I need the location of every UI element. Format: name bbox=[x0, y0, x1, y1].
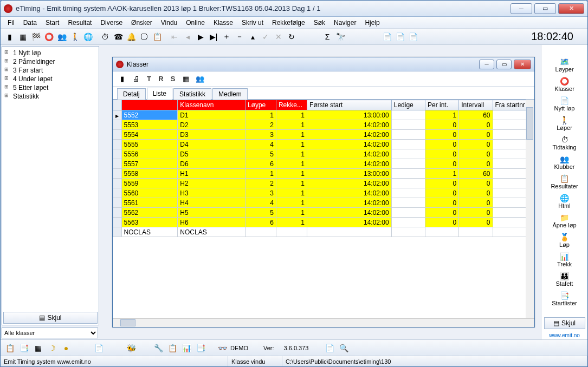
cell-perint[interactable]: 0 bbox=[425, 159, 458, 169]
menu-søk[interactable]: Søk bbox=[310, 18, 329, 28]
cell-interval[interactable]: 0 bbox=[459, 179, 493, 188]
bell-icon[interactable]: 🔔 bbox=[125, 31, 137, 43]
cell-course[interactable]: 5 bbox=[245, 149, 276, 159]
cell-interval[interactable]: 0 bbox=[459, 218, 493, 227]
inner-close-button[interactable]: ✕ bbox=[514, 60, 531, 69]
menu-fil[interactable]: Fil bbox=[4, 18, 18, 28]
cell-course[interactable]: 6 bbox=[245, 218, 276, 227]
menu-resultat[interactable]: Resultat bbox=[64, 18, 95, 28]
bt-icon[interactable]: 📋 bbox=[4, 342, 16, 354]
people-icon[interactable]: 👥 bbox=[194, 73, 206, 85]
inner-tool-icon[interactable]: ▮ bbox=[116, 73, 128, 85]
cell-name[interactable]: D6 bbox=[178, 159, 245, 169]
bt-icon[interactable]: 📄 bbox=[324, 342, 335, 354]
col-marker[interactable] bbox=[113, 100, 122, 110]
cell-free[interactable] bbox=[391, 227, 425, 237]
cell-course[interactable]: 5 bbox=[245, 208, 276, 218]
cell-order[interactable]: 1 bbox=[276, 130, 307, 140]
emit-link[interactable]: www.emit.no bbox=[548, 331, 581, 339]
menu-start[interactable]: Start bbox=[42, 18, 63, 28]
tab-detalj[interactable]: Detalj bbox=[117, 88, 146, 100]
cell-perint[interactable]: 0 bbox=[425, 120, 458, 130]
binoculars-icon[interactable]: 🔭 bbox=[334, 31, 346, 43]
print-icon[interactable]: 🖨 bbox=[130, 73, 142, 85]
bt-icon[interactable]: 📋 bbox=[166, 342, 178, 354]
cell-name[interactable]: D3 bbox=[178, 130, 245, 140]
cell-name[interactable]: NOCLAS bbox=[178, 227, 245, 237]
cell-order[interactable]: 1 bbox=[276, 198, 307, 208]
tab-statistikk[interactable]: Statistikk bbox=[173, 88, 211, 100]
tree-item[interactable]: 4 Under løpet bbox=[4, 75, 96, 83]
cell-free[interactable] bbox=[391, 149, 425, 159]
cell-free[interactable] bbox=[391, 218, 425, 227]
cell-perint[interactable] bbox=[425, 227, 458, 237]
cell-start[interactable]: 14:02:00 bbox=[307, 149, 392, 159]
cell-perint[interactable]: 0 bbox=[425, 188, 458, 198]
col-perint[interactable]: Per int. bbox=[425, 100, 458, 110]
cell-start[interactable]: 14:02:00 bbox=[307, 140, 392, 149]
cell-interval[interactable]: 0 bbox=[459, 140, 493, 149]
cell-id[interactable]: 5561 bbox=[121, 198, 178, 208]
shortcut-klasser[interactable]: ⭕Klasser bbox=[545, 75, 584, 94]
play-icon[interactable]: ▶ bbox=[195, 31, 206, 43]
table-row[interactable]: 5555D44114:02:0000 bbox=[113, 140, 534, 149]
cell-name[interactable]: D1 bbox=[178, 110, 245, 120]
shortcut-løyper[interactable]: 🗺️Løyper bbox=[545, 56, 584, 74]
plus-icon[interactable]: ＋ bbox=[221, 31, 232, 43]
cell-order[interactable]: 1 bbox=[276, 149, 307, 159]
col-order[interactable]: Rekke... bbox=[276, 100, 307, 110]
cell-course[interactable]: 1 bbox=[245, 169, 276, 179]
hide-right-panel-button[interactable]: ▤ Skjul bbox=[544, 317, 585, 329]
table-row[interactable]: 5563H66114:02:0000 bbox=[113, 218, 534, 227]
minus-icon[interactable]: － bbox=[234, 31, 245, 43]
table-row[interactable]: NOCLASNOCLAS bbox=[113, 227, 534, 237]
tree-item[interactable]: 1 Nytt løp bbox=[4, 49, 96, 57]
shortcut-trekk[interactable]: 📊Trekk bbox=[545, 251, 584, 269]
cell-order[interactable]: 1 bbox=[276, 169, 307, 179]
col-course[interactable]: Løype bbox=[245, 100, 276, 110]
cell-order[interactable]: 1 bbox=[276, 159, 307, 169]
shortcut-tidtaking[interactable]: ⏱Tidtaking bbox=[545, 134, 584, 152]
shortcut-klubber[interactable]: 👥Klubber bbox=[545, 153, 584, 172]
cell-name[interactable]: H6 bbox=[178, 218, 245, 227]
doc2-icon[interactable]: 📄 bbox=[394, 31, 406, 43]
cell-id[interactable]: 5560 bbox=[121, 188, 178, 198]
first-icon[interactable]: ⇤ bbox=[169, 31, 180, 43]
col-interval[interactable]: Intervall bbox=[459, 100, 493, 110]
menu-skriv ut[interactable]: Skriv ut bbox=[238, 18, 267, 28]
cell-interval[interactable]: 0 bbox=[459, 188, 493, 198]
cell-name[interactable]: D5 bbox=[178, 149, 245, 159]
check-icon[interactable]: ✓ bbox=[260, 31, 272, 43]
cell-free[interactable] bbox=[391, 140, 425, 149]
cell-perint[interactable]: 0 bbox=[425, 208, 458, 218]
close-button[interactable]: ✕ bbox=[558, 3, 584, 14]
menu-ønsker[interactable]: Ønsker bbox=[127, 18, 156, 28]
bt-icon[interactable]: 🐝 bbox=[125, 342, 137, 354]
cell-order[interactable]: 1 bbox=[276, 188, 307, 198]
last-icon[interactable]: ▶| bbox=[208, 31, 219, 43]
cell-free[interactable] bbox=[391, 169, 425, 179]
minimize-button[interactable]: ─ bbox=[511, 3, 532, 14]
cell-course[interactable]: 2 bbox=[245, 120, 276, 130]
cell-name[interactable]: H1 bbox=[178, 169, 245, 179]
cell-order[interactable] bbox=[276, 227, 307, 237]
flag-icon[interactable]: 🏁 bbox=[30, 31, 42, 43]
col-classname[interactable]: Klassenavn bbox=[178, 100, 245, 110]
tool-icon[interactable]: ▮ bbox=[4, 31, 16, 43]
col-free[interactable]: Ledige bbox=[391, 100, 425, 110]
cell-interval[interactable]: 0 bbox=[459, 149, 493, 159]
bt-icon[interactable]: 👓 bbox=[216, 342, 228, 354]
shortcut-stafett[interactable]: 👪Stafett bbox=[545, 270, 584, 289]
inner-titlebar[interactable]: Klasser ─ ▭ ✕ bbox=[113, 57, 534, 71]
cell-course[interactable]: 6 bbox=[245, 159, 276, 169]
menu-diverse[interactable]: Diverse bbox=[96, 18, 126, 28]
cell-start[interactable]: 14:02:00 bbox=[307, 198, 392, 208]
cell-id[interactable]: 5556 bbox=[121, 149, 178, 159]
bt-icon[interactable]: ▦ bbox=[32, 342, 44, 354]
horizontal-scrollbar[interactable] bbox=[113, 318, 534, 327]
cell-course[interactable]: 3 bbox=[245, 188, 276, 198]
r-button[interactable]: R bbox=[156, 73, 166, 85]
cell-id[interactable]: 5554 bbox=[121, 130, 178, 140]
tab-medlem[interactable]: Medlem bbox=[212, 88, 248, 100]
hide-left-panel-button[interactable]: ▤ Skjul bbox=[3, 312, 98, 324]
